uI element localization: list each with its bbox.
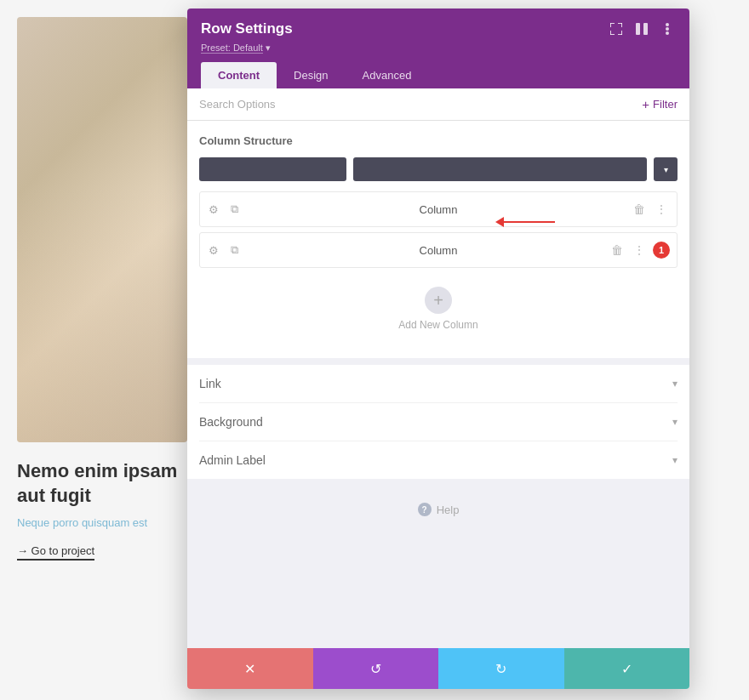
link-chevron-icon: ▾ bbox=[672, 378, 678, 390]
admin-label-accordion[interactable]: Admin Label ▾ bbox=[199, 441, 678, 479]
copy-icon[interactable]: ⧉ bbox=[227, 202, 241, 216]
settings-icon[interactable]: ⚙ bbox=[207, 243, 220, 257]
column-2-icons: ⚙ ⧉ bbox=[207, 243, 241, 257]
column-structure-section: Column Structure ▾ ⚙ ⧉ Column bbox=[187, 121, 689, 358]
column-2-label: Column bbox=[420, 244, 458, 257]
column-structure-selector[interactable]: ▾ bbox=[199, 157, 678, 181]
more-icon[interactable]: ⋮ bbox=[653, 201, 670, 218]
column-row-1-wrapper: ⚙ ⧉ Column 🗑 ⋮ bbox=[207, 201, 670, 218]
column-2-actions: 🗑 ⋮ 1 bbox=[609, 242, 670, 259]
arrow-indicator bbox=[495, 217, 555, 227]
bg-heading: Nemo enim ipsam aut fugit bbox=[17, 459, 187, 508]
svg-rect-3 bbox=[621, 23, 622, 27]
column-bar-1[interactable] bbox=[199, 157, 346, 181]
modal-header-top: Row Settings bbox=[201, 20, 676, 37]
bg-subtext: Neque porro quisquam est bbox=[17, 516, 187, 529]
add-column-button[interactable]: + Add New Column bbox=[199, 273, 678, 344]
search-bar: Search Options + Filter bbox=[187, 88, 689, 121]
modal-footer: ✕ ↺ ↻ ✓ bbox=[187, 648, 689, 689]
modal-preset[interactable]: Preset: Default ▾ bbox=[201, 43, 676, 54]
cancel-button[interactable]: ✕ bbox=[187, 648, 313, 689]
svg-rect-1 bbox=[610, 23, 611, 27]
modal-title: Row Settings bbox=[201, 20, 293, 37]
arrow-line bbox=[504, 221, 555, 223]
svg-rect-5 bbox=[610, 31, 611, 35]
column-structure-label: Column Structure bbox=[199, 134, 678, 147]
row-settings-modal: Row Settings bbox=[187, 9, 689, 689]
search-input-wrapper[interactable]: Search Options bbox=[199, 98, 642, 111]
copy-icon[interactable]: ⧉ bbox=[227, 243, 241, 257]
table-row: ⚙ ⧉ Column 🗑 ⋮ bbox=[199, 191, 678, 227]
column-row-2-wrapper: ⚙ ⧉ Column 🗑 ⋮ 1 bbox=[207, 242, 670, 259]
column-1-label: Column bbox=[420, 203, 458, 216]
bg-link[interactable]: → Go to project bbox=[17, 544, 94, 561]
delete-icon[interactable]: 🗑 bbox=[609, 242, 626, 259]
add-column-label: Add New Column bbox=[398, 319, 477, 331]
accordion-section: Link ▾ Background ▾ Admin Label ▾ bbox=[187, 365, 689, 479]
save-button[interactable]: ✓ bbox=[564, 648, 690, 689]
modal-body: Search Options + Filter Column Structure… bbox=[187, 88, 689, 648]
column-1-actions: 🗑 ⋮ bbox=[631, 201, 670, 218]
column-1-icons: ⚙ ⧉ bbox=[207, 202, 241, 216]
more-options-icon[interactable] bbox=[659, 20, 676, 37]
link-accordion[interactable]: Link ▾ bbox=[199, 365, 678, 403]
split-view-icon[interactable] bbox=[633, 20, 650, 37]
fullscreen-icon[interactable] bbox=[608, 20, 625, 37]
admin-label-chevron-icon: ▾ bbox=[672, 454, 678, 466]
link-label: Link bbox=[199, 377, 221, 390]
svg-point-12 bbox=[666, 31, 669, 35]
tab-design[interactable]: Design bbox=[277, 62, 345, 88]
filter-plus-icon: + bbox=[642, 97, 649, 111]
modal-tabs: Content Design Advanced bbox=[201, 62, 676, 88]
columns-list: ⚙ ⧉ Column 🗑 ⋮ ⚙ bbox=[199, 191, 678, 268]
settings-icon[interactable]: ⚙ bbox=[207, 202, 220, 216]
tab-advanced[interactable]: Advanced bbox=[346, 62, 429, 88]
column-bar-2[interactable] bbox=[353, 157, 647, 181]
add-plus-icon: + bbox=[425, 287, 452, 314]
help-section[interactable]: ? Help bbox=[187, 486, 689, 533]
table-row: ⚙ ⧉ Column 🗑 ⋮ 1 bbox=[199, 232, 678, 268]
background-accordion[interactable]: Background ▾ bbox=[199, 403, 678, 441]
undo-button[interactable]: ↺ bbox=[313, 648, 439, 689]
badge-number: 1 bbox=[653, 242, 670, 259]
filter-button[interactable]: + Filter bbox=[642, 97, 678, 111]
redo-button[interactable]: ↻ bbox=[438, 648, 564, 689]
help-label: Help bbox=[437, 504, 460, 516]
modal-header: Row Settings bbox=[187, 9, 689, 88]
background-image bbox=[17, 17, 187, 442]
svg-point-11 bbox=[666, 27, 669, 31]
delete-icon[interactable]: 🗑 bbox=[631, 201, 648, 218]
background-chevron-icon: ▾ bbox=[672, 416, 678, 428]
modal-header-icons bbox=[608, 20, 676, 37]
more-icon[interactable]: ⋮ bbox=[631, 242, 648, 259]
arrow-head bbox=[495, 217, 504, 227]
tab-content[interactable]: Content bbox=[201, 62, 277, 88]
svg-rect-8 bbox=[636, 23, 640, 35]
background-label: Background bbox=[199, 415, 263, 429]
help-icon: ? bbox=[418, 503, 432, 516]
svg-rect-7 bbox=[621, 31, 622, 35]
admin-label-text: Admin Label bbox=[199, 453, 266, 467]
svg-rect-9 bbox=[643, 23, 648, 35]
column-dropdown[interactable]: ▾ bbox=[654, 157, 678, 181]
background-text-area: Nemo enim ipsam aut fugit Neque porro qu… bbox=[17, 459, 187, 561]
svg-point-10 bbox=[666, 23, 669, 26]
search-placeholder: Search Options bbox=[199, 98, 276, 111]
